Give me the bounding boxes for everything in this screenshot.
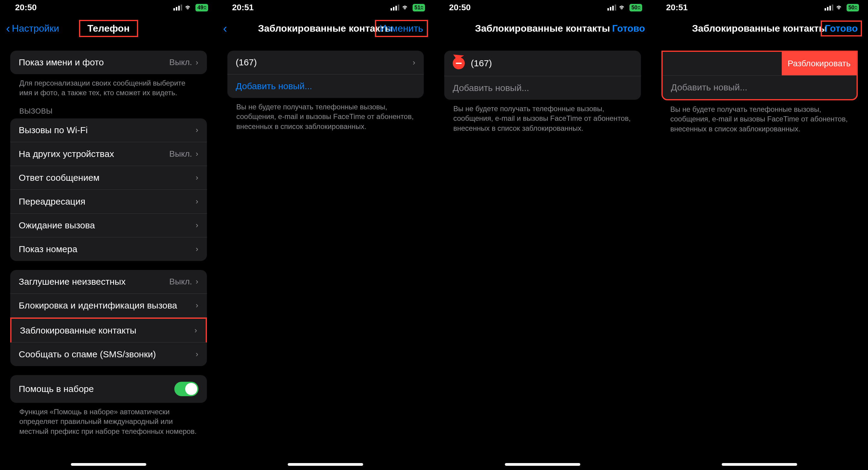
row-silence-unknown[interactable]: Заглушение неизвестных Выкл. › bbox=[10, 270, 207, 294]
wifi-icon: ᯤ bbox=[836, 3, 843, 12]
battery-badge: 50𐊾 bbox=[846, 4, 859, 11]
page-title: Телефон bbox=[79, 20, 138, 37]
chevron-right-icon: › bbox=[196, 173, 198, 182]
status-bar: 20:50 ᯤ 49𐊾 bbox=[0, 0, 217, 15]
nav-bar: ‹ Настройки Телефон bbox=[0, 15, 217, 41]
calls-header: ВЫЗОВЫ bbox=[10, 98, 207, 119]
group-blocking: Заглушение неизвестных Выкл. › Блокировк… bbox=[10, 270, 207, 366]
row-call-waiting[interactable]: Ожидание вызова › bbox=[10, 213, 207, 237]
chevron-right-icon: › bbox=[196, 221, 198, 230]
cellular-icon bbox=[391, 4, 399, 10]
page-title: Заблокированные контакты bbox=[475, 23, 610, 34]
back-button[interactable]: ‹ Настройки bbox=[6, 22, 59, 35]
home-indicator[interactable] bbox=[288, 463, 363, 466]
cellular-icon bbox=[608, 4, 616, 10]
status-icons: ᯤ 51𐊾 bbox=[391, 3, 425, 12]
chevron-right-icon: › bbox=[196, 125, 198, 135]
back-button[interactable]: ‹ bbox=[223, 22, 227, 35]
blocked-contact-row[interactable]: (167) › bbox=[227, 51, 424, 74]
wifi-icon: ᯤ bbox=[619, 3, 626, 12]
screen-blocked-list: 20:51 ᯤ 51𐊾 ‹ Заблокированные контакты И… bbox=[217, 0, 434, 470]
status-time: 20:51 bbox=[666, 3, 688, 12]
wifi-icon: ᯤ bbox=[402, 3, 409, 12]
row-caller-id[interactable]: Показ номера › bbox=[10, 237, 207, 261]
chevron-right-icon: › bbox=[196, 277, 198, 286]
chevron-right-icon: › bbox=[196, 197, 198, 206]
unblock-button[interactable]: Разблокировать bbox=[782, 52, 857, 75]
dial-assist-toggle[interactable] bbox=[174, 382, 198, 396]
status-bar: 20:50 ᯤ 50𐊾 bbox=[434, 0, 651, 15]
chevron-left-icon: ‹ bbox=[6, 22, 10, 35]
wifi-icon: ᯤ bbox=[185, 3, 192, 12]
status-time: 20:51 bbox=[232, 3, 254, 12]
row-wifi-calling[interactable]: Вызовы по Wi-Fi › bbox=[10, 119, 207, 142]
group-dial-assist: Помощь в наборе bbox=[10, 375, 207, 403]
add-new-row[interactable]: Добавить новый... bbox=[227, 74, 424, 98]
blocked-contact-row[interactable]: (167) bbox=[444, 51, 641, 76]
screen-phone-settings: 20:50 ᯤ 49𐊾 ‹ Настройки Телефон Показ им… bbox=[0, 0, 217, 470]
done-button[interactable]: Готово bbox=[612, 23, 645, 34]
page-title: Заблокированные контакты bbox=[258, 23, 393, 34]
back-label: Настройки bbox=[12, 23, 59, 34]
cellular-icon bbox=[174, 4, 182, 10]
home-indicator[interactable] bbox=[722, 463, 797, 466]
blocked-footer: Вы не будете получать телефонные вызовы,… bbox=[444, 100, 641, 133]
chevron-right-icon: › bbox=[196, 149, 198, 159]
done-button[interactable]: Готово bbox=[820, 21, 862, 36]
blocked-footer: Вы не будете получать телефонные вызовы,… bbox=[661, 100, 858, 134]
chevron-right-icon: › bbox=[196, 349, 198, 359]
nav-bar: ‹ Заблокированные контакты Изменить bbox=[217, 15, 434, 41]
group-name-photo: Показ имени и фото Выкл. › bbox=[10, 51, 207, 74]
status-time: 20:50 bbox=[15, 3, 37, 12]
row-respond-text[interactable]: Ответ сообщением › bbox=[10, 166, 207, 190]
row-dial-assist[interactable]: Помощь в наборе bbox=[10, 375, 207, 403]
blocked-list: (167) › Добавить новый... bbox=[227, 51, 424, 98]
battery-badge: 50𐊾 bbox=[629, 4, 642, 11]
row-blocked-contacts[interactable]: Заблокированные контакты › bbox=[10, 317, 207, 342]
row-report-spam[interactable]: Сообщать о спаме (SMS/звонки) › bbox=[10, 342, 207, 366]
battery-badge: 51𐊾 bbox=[412, 4, 425, 11]
status-bar: 20:51 ᯤ 51𐊾 bbox=[217, 0, 434, 15]
cellular-icon bbox=[825, 4, 833, 10]
add-new-row[interactable]: Добавить новый... bbox=[444, 76, 641, 100]
row-call-blocking-id[interactable]: Блокировка и идентификация вызова › bbox=[10, 294, 207, 317]
status-bar: 20:51 ᯤ 50𐊾 bbox=[651, 0, 868, 15]
status-time: 20:50 bbox=[449, 3, 471, 12]
row-label: Показ имени и фото bbox=[19, 57, 104, 67]
home-indicator[interactable] bbox=[505, 463, 580, 466]
blocked-list: Разблокировать Добавить новый... bbox=[661, 51, 858, 100]
footer-dial-assist: Функция «Помощь в наборе» автоматически … bbox=[10, 403, 207, 436]
blocked-list: (167) Добавить новый... bbox=[444, 51, 641, 100]
add-new-row[interactable]: Добавить новый... bbox=[662, 76, 857, 99]
footer-name-photo: Для персонализации своих сообщений выбер… bbox=[10, 74, 207, 98]
row-name-photo[interactable]: Показ имени и фото Выкл. › bbox=[10, 51, 207, 74]
screen-blocked-unblock: 20:51 ᯤ 50𐊾 Заблокированные контакты Гот… bbox=[651, 0, 868, 470]
status-icons: ᯤ 49𐊾 bbox=[174, 3, 208, 12]
chevron-right-icon: › bbox=[194, 326, 197, 335]
row-forwarding[interactable]: Переадресация › bbox=[10, 190, 207, 213]
chevron-right-icon: › bbox=[196, 58, 198, 67]
edit-button[interactable]: Изменить bbox=[375, 20, 428, 37]
delete-minus-icon[interactable] bbox=[453, 57, 465, 69]
chevron-right-icon: › bbox=[196, 301, 198, 310]
group-calls: Вызовы по Wi-Fi › На других устройствах … bbox=[10, 119, 207, 261]
status-icons: ᯤ 50𐊾 bbox=[825, 3, 859, 12]
row-other-devices[interactable]: На других устройствах Выкл. › bbox=[10, 142, 207, 166]
chevron-right-icon: › bbox=[412, 58, 415, 67]
nav-bar: Заблокированные контакты Готово bbox=[651, 15, 868, 41]
blocked-contact-row: Разблокировать bbox=[662, 52, 857, 76]
status-icons: ᯤ 50𐊾 bbox=[608, 3, 642, 12]
chevron-right-icon: › bbox=[196, 244, 198, 254]
page-title: Заблокированные контакты bbox=[692, 23, 827, 34]
row-value: Выкл. bbox=[169, 58, 192, 67]
blocked-footer: Вы не будете получать телефонные вызовы,… bbox=[227, 98, 424, 131]
home-indicator[interactable] bbox=[71, 463, 146, 466]
nav-bar: Заблокированные контакты Готово bbox=[434, 15, 651, 41]
screen-blocked-edit: 20:50 ᯤ 50𐊾 Заблокированные контакты Гот… bbox=[434, 0, 651, 470]
battery-badge: 49𐊾 bbox=[195, 4, 208, 11]
chevron-left-icon: ‹ bbox=[223, 22, 227, 35]
